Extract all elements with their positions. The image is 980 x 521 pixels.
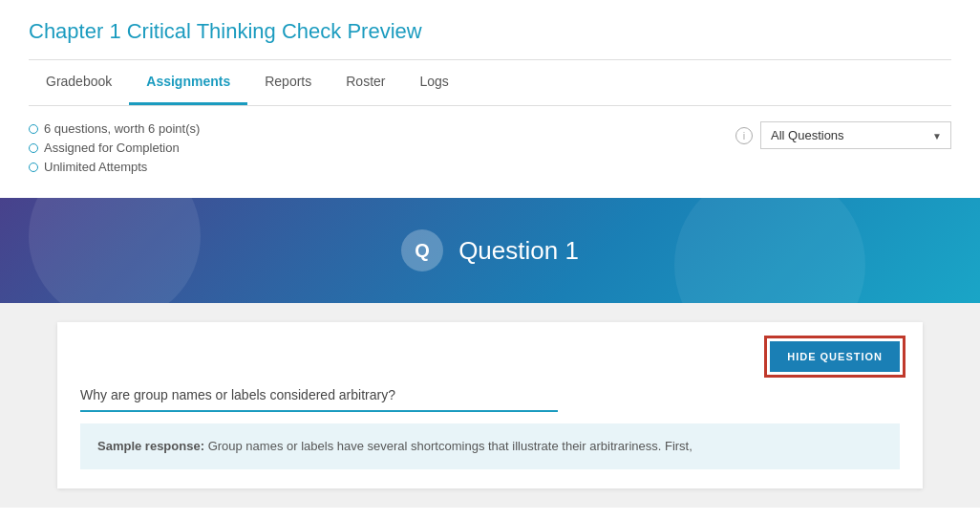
info-assigned: Assigned for Completion	[29, 141, 200, 155]
page-title: Chapter 1 Critical Thinking Check Previe…	[29, 19, 951, 44]
tab-roster[interactable]: Roster	[329, 60, 402, 105]
info-attempts: Unlimited Attempts	[29, 160, 200, 174]
tab-reports[interactable]: Reports	[247, 60, 329, 105]
question-title: Question 1	[458, 236, 579, 266]
hide-question-btn-wrapper: HIDE QUESTION	[80, 341, 900, 372]
question-label: Q Question 1	[401, 229, 579, 271]
tab-assignments[interactable]: Assignments	[129, 60, 247, 105]
filter-select-wrapper: All Questions	[760, 121, 951, 149]
sample-response-content: Sample response: Group names or labels h…	[97, 439, 692, 453]
info-icon[interactable]: i	[735, 127, 753, 144]
question-banner: Q Question 1	[0, 198, 980, 303]
tab-gradebook[interactable]: Gradebook	[29, 60, 129, 105]
filter-row: i All Questions	[735, 121, 951, 149]
info-section: 6 questions, worth 6 point(s) Assigned f…	[29, 121, 951, 179]
sample-response-label: Sample response:	[97, 439, 204, 453]
tab-logs[interactable]: Logs	[402, 60, 465, 105]
sample-response-box: Sample response: Group names or labels h…	[80, 423, 900, 469]
hide-question-button[interactable]: HIDE QUESTION	[770, 341, 900, 372]
info-questions: 6 questions, worth 6 point(s)	[29, 121, 200, 136]
question-text: Why are group names or labels considered…	[80, 387, 558, 412]
sample-response-text: Group names or labels have several short…	[208, 439, 692, 453]
info-list: 6 questions, worth 6 point(s) Assigned f…	[29, 121, 200, 179]
tabs-bar: Gradebook Assignments Reports Roster Log…	[29, 60, 951, 106]
filter-select[interactable]: All Questions	[760, 121, 951, 149]
q-circle: Q	[401, 229, 443, 271]
card-area: HIDE QUESTION Why are group names or lab…	[0, 303, 980, 508]
question-card: HIDE QUESTION Why are group names or lab…	[57, 322, 923, 488]
question-banner-wrapper: Q Question 1 HIDE QUESTION Why are group…	[0, 198, 980, 508]
